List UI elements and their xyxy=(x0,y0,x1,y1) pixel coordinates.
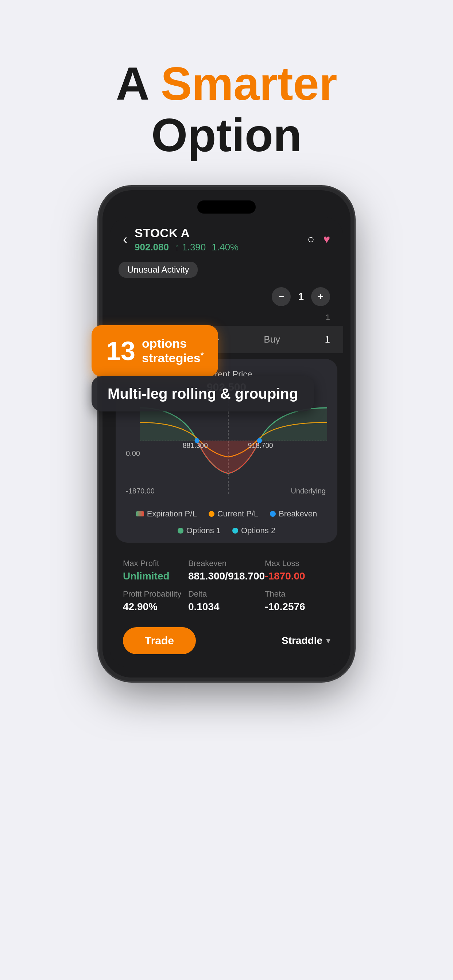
leg-side: Buy xyxy=(264,334,280,345)
badge-asterisk: * xyxy=(201,351,204,360)
trade-button[interactable]: Trade xyxy=(123,627,196,654)
qty-sub-label: 1 xyxy=(326,313,330,322)
leg-qty: 1 xyxy=(325,334,330,345)
legend-breakeven: Breakeven xyxy=(270,509,317,519)
y-axis-bottom-label: -1870.00 xyxy=(126,487,155,495)
legend-options2-label: Options 2 xyxy=(241,526,275,535)
qty-increase-button[interactable]: + xyxy=(311,287,330,306)
badge-multileg-text: Multi-leg rolling & grouping xyxy=(108,386,298,402)
phone-mockup: 13 optionsstrategies* Multi-leg rolling … xyxy=(102,190,351,678)
hero-a: A xyxy=(116,57,161,110)
stock-price: 902.080 xyxy=(135,242,169,253)
stat-max-profit: Max Profit Unlimited xyxy=(123,559,188,582)
stat-max-loss: Max Loss -1870.00 xyxy=(265,559,330,582)
legend-options1: Options 1 xyxy=(178,526,221,535)
badge-number: 13 xyxy=(106,338,135,364)
breakeven-value: 881.300/918.700 xyxy=(188,570,265,582)
chart-svg-area: 0.00 -1870.00 Underlying xyxy=(126,401,327,503)
hero-title: A Smarter Option xyxy=(29,58,424,161)
delta-value: 0.1034 xyxy=(188,601,265,612)
stock-header: ‹ STOCK A 902.080 ↑ 1.390 1.40% ○ ♥ xyxy=(110,217,343,259)
breakeven-icon xyxy=(270,511,276,517)
phone-shell: ‹ STOCK A 902.080 ↑ 1.390 1.40% ○ ♥ xyxy=(102,190,351,678)
stock-info: STOCK A 902.080 ↑ 1.390 1.40% xyxy=(135,226,308,253)
expiration-pl-icon xyxy=(136,511,144,516)
max-loss-label: Max Loss xyxy=(265,559,330,568)
straddle-label: Straddle xyxy=(282,635,322,646)
stats-grid: Max Profit Unlimited Breakeven 881.300/9… xyxy=(110,549,343,620)
phone-screen: ‹ STOCK A 902.080 ↑ 1.390 1.40% ○ ♥ xyxy=(110,217,343,667)
current-pl-icon xyxy=(209,511,214,517)
badge-13-options: 13 optionsstrategies* xyxy=(91,325,218,377)
stock-actions: ○ ♥ xyxy=(308,232,330,246)
max-loss-value: -1870.00 xyxy=(265,570,330,582)
legend-expiration-pl: Expiration P/L xyxy=(136,509,197,519)
stock-change: ↑ 1.390 xyxy=(175,242,206,253)
options2-icon xyxy=(232,528,238,533)
legend-expiration-pl-label: Expiration P/L xyxy=(147,509,197,519)
stock-change-pct: 1.40% xyxy=(212,242,239,253)
watchlist-heart-icon[interactable]: ♥ xyxy=(323,232,330,246)
bottom-bar: Trade Straddle ▾ xyxy=(110,620,343,667)
qty-decrease-button[interactable]: − xyxy=(272,287,291,306)
stat-breakeven: Breakeven 881.300/918.700 xyxy=(188,559,265,582)
hero-section: A Smarter Option xyxy=(0,0,453,190)
profit-prob-label: Profit Probability xyxy=(123,589,188,599)
legend-current-pl-label: Current P/L xyxy=(217,509,258,519)
stat-profit-prob: Profit Probability 42.90% xyxy=(123,589,188,612)
straddle-arrow-icon: ▾ xyxy=(326,636,330,646)
badge-multileg: Multi-leg rolling & grouping xyxy=(91,376,314,412)
delta-label: Delta xyxy=(188,589,265,599)
legend-options1-label: Options 1 xyxy=(187,526,221,535)
options1-icon xyxy=(178,528,183,533)
hero-line2: Option xyxy=(152,109,301,161)
max-profit-value: Unlimited xyxy=(123,570,188,582)
stock-stats: 902.080 ↑ 1.390 1.40% xyxy=(135,242,308,253)
theta-value: -10.2576 xyxy=(265,601,330,612)
stock-name: STOCK A xyxy=(135,226,308,240)
dynamic-island xyxy=(197,200,256,213)
theta-label: Theta xyxy=(265,589,330,599)
tab-unusual-activity[interactable]: Unusual Activity xyxy=(118,262,198,278)
svg-text:918.700: 918.700 xyxy=(248,441,273,449)
legend-current-pl: Current P/L xyxy=(209,509,258,519)
y-axis-zero-label: 0.00 xyxy=(126,449,140,458)
max-profit-label: Max Profit xyxy=(123,559,188,568)
stat-theta: Theta -10.2576 xyxy=(265,589,330,612)
legend-breakeven-label: Breakeven xyxy=(279,509,317,519)
legend-options2: Options 2 xyxy=(232,526,275,535)
qty-value: 1 xyxy=(298,291,304,302)
chart-legend: Expiration P/L Current P/L Breakeven Opt… xyxy=(126,509,327,535)
search-icon[interactable]: ○ xyxy=(308,232,314,246)
profit-prob-value: 42.90% xyxy=(123,601,188,612)
svg-text:881.300: 881.300 xyxy=(183,441,208,449)
breakeven-label: Breakeven xyxy=(188,559,265,568)
tab-bar: Unusual Activity xyxy=(110,259,343,282)
stat-delta: Delta 0.1034 xyxy=(188,589,265,612)
hero-accent: Smarter xyxy=(161,57,337,110)
controls-row: − 1 + xyxy=(110,282,343,311)
straddle-selector[interactable]: Straddle ▾ xyxy=(282,635,330,646)
x-axis-underlying-label: Underlying xyxy=(291,487,326,495)
badge-text: optionsstrategies* xyxy=(142,336,204,366)
back-button[interactable]: ‹ xyxy=(123,232,127,247)
